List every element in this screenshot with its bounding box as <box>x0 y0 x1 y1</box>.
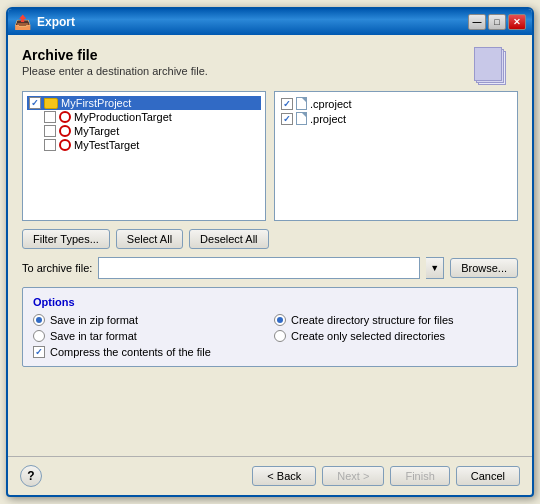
label-myFirstProject: MyFirstProject <box>61 97 131 109</box>
bottom-bar: ? < Back Next > Finish Cancel <box>8 456 532 495</box>
label-myProductionTarget: MyProductionTarget <box>74 111 172 123</box>
title-bar: 📤 Export — □ ✕ <box>8 9 532 35</box>
target-icon-main <box>59 125 71 137</box>
radio-zip[interactable] <box>33 314 45 326</box>
label-selected-dirs: Create only selected directories <box>291 330 445 342</box>
doc-icon-cproject <box>296 97 307 110</box>
close-button[interactable]: ✕ <box>508 14 526 30</box>
window-title: Export <box>37 15 468 29</box>
checkbox-myFirstProject[interactable] <box>29 97 41 109</box>
checkbox-project[interactable] <box>281 113 293 125</box>
tree-item-myProductionTarget[interactable]: MyProductionTarget <box>27 110 261 124</box>
label-myTarget: MyTarget <box>74 125 119 137</box>
finish-button[interactable]: Finish <box>390 466 449 486</box>
page-title: Archive file <box>22 47 518 63</box>
label-tar: Save in tar format <box>50 330 137 342</box>
options-grid: Save in zip format Save in tar format Co… <box>33 314 507 358</box>
checkbox-cproject[interactable] <box>281 98 293 110</box>
option-zip[interactable]: Save in zip format <box>33 314 266 326</box>
browse-button[interactable]: Browse... <box>450 258 518 278</box>
back-button[interactable]: < Back <box>252 466 316 486</box>
minimize-button[interactable]: — <box>468 14 486 30</box>
page-description: Please enter a destination archive file. <box>22 65 518 77</box>
next-button[interactable]: Next > <box>322 466 384 486</box>
navigation-buttons: < Back Next > Finish Cancel <box>252 466 520 486</box>
label-cproject: .cproject <box>310 98 352 110</box>
option-dir-structure[interactable]: Create directory structure for files <box>274 314 507 326</box>
label-dir-structure: Create directory structure for files <box>291 314 454 326</box>
folder-icon <box>44 98 58 109</box>
filter-types-button[interactable]: Filter Types... <box>22 229 110 249</box>
select-all-button[interactable]: Select All <box>116 229 183 249</box>
tree-item-myTarget[interactable]: MyTarget <box>27 124 261 138</box>
filter-buttons-row: Filter Types... Select All Deselect All <box>22 229 518 249</box>
file-selection-area: MyFirstProject MyProductionTarget MyTarg… <box>22 91 518 221</box>
tree-item-cproject[interactable]: .cproject <box>279 96 513 111</box>
files-panel[interactable]: .cproject .project <box>274 91 518 221</box>
window-controls: — □ ✕ <box>468 14 526 30</box>
export-dialog: 📤 Export — □ ✕ Archive file Please enter… <box>6 7 534 497</box>
archive-input[interactable] <box>98 257 420 279</box>
options-title: Options <box>33 296 507 308</box>
label-myTestTarget: MyTestTarget <box>74 139 139 151</box>
project-tree-panel[interactable]: MyFirstProject MyProductionTarget MyTarg… <box>22 91 266 221</box>
checkbox-myProductionTarget[interactable] <box>44 111 56 123</box>
combobox-arrow[interactable]: ▼ <box>426 257 444 279</box>
cancel-button[interactable]: Cancel <box>456 466 520 486</box>
options-section: Options Save in zip format Save in tar f… <box>22 287 518 367</box>
header-section: Archive file Please enter a destination … <box>22 47 518 83</box>
option-compress[interactable]: Compress the contents of the file <box>33 346 266 358</box>
archive-file-row: To archive file: ▼ Browse... <box>22 257 518 279</box>
target-icon-production <box>59 111 71 123</box>
archive-label: To archive file: <box>22 262 92 274</box>
checkbox-compress[interactable] <box>33 346 45 358</box>
tree-item-myTestTarget[interactable]: MyTestTarget <box>27 138 261 152</box>
label-project: .project <box>310 113 346 125</box>
title-icon: 📤 <box>14 14 31 30</box>
radio-tar[interactable] <box>33 330 45 342</box>
label-compress: Compress the contents of the file <box>50 346 211 358</box>
doc-icon-project <box>296 112 307 125</box>
checkbox-myTarget[interactable] <box>44 125 56 137</box>
label-zip: Save in zip format <box>50 314 138 326</box>
window-content: Archive file Please enter a destination … <box>8 35 532 456</box>
target-icon-test <box>59 139 71 151</box>
radio-selected-dirs[interactable] <box>274 330 286 342</box>
checkbox-myTestTarget[interactable] <box>44 139 56 151</box>
option-tar[interactable]: Save in tar format <box>33 330 266 342</box>
tree-item-myFirstProject[interactable]: MyFirstProject <box>27 96 261 110</box>
archive-icon <box>472 47 508 89</box>
maximize-button[interactable]: □ <box>488 14 506 30</box>
tree-item-project[interactable]: .project <box>279 111 513 126</box>
help-button[interactable]: ? <box>20 465 42 487</box>
radio-dir-structure[interactable] <box>274 314 286 326</box>
deselect-all-button[interactable]: Deselect All <box>189 229 268 249</box>
option-selected-dirs[interactable]: Create only selected directories <box>274 330 507 342</box>
